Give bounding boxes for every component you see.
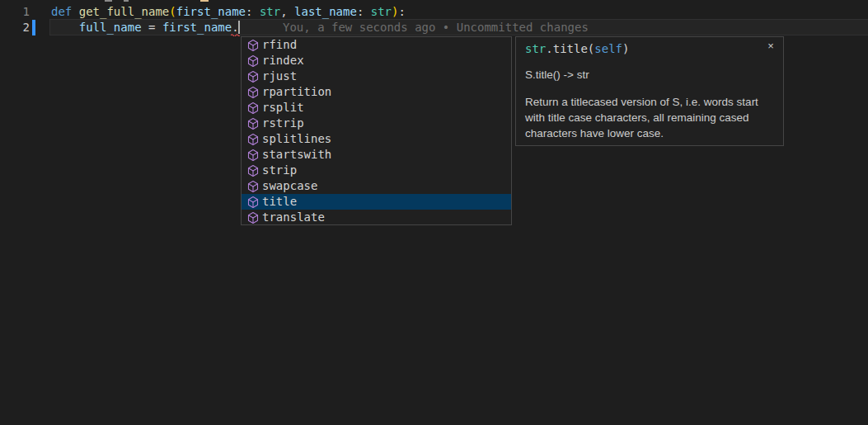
code-token: ( [169, 5, 176, 18]
suggest-item-label: rstrip [262, 116, 304, 131]
git-modified-indicator [32, 20, 35, 35]
suggest-item-label: rindex [262, 53, 304, 68]
code-token: : [357, 5, 371, 18]
symbol-method-icon [246, 117, 260, 130]
suggest-item-label: rpartition [262, 84, 331, 100]
code-token: : [246, 5, 260, 18]
symbol-method-icon [246, 133, 260, 146]
code-token: get_full_name [79, 5, 170, 18]
clipped-line-fragment [200, 0, 209, 2]
text-cursor [238, 21, 240, 34]
code-token: str [525, 42, 546, 55]
code-token: str [371, 5, 392, 18]
code-text: def get_full_name(first_name: str, last_… [51, 4, 406, 20]
autocomplete-suggest-widget: rfind rindex rjust rpartition rsplit [241, 36, 512, 225]
suggest-item-title[interactable]: title [242, 194, 511, 210]
code-token: str [260, 5, 280, 18]
code-token: first_name [176, 5, 246, 18]
suggest-item-rfind[interactable]: rfind [242, 37, 511, 53]
code-line-1: 1 def get_full_name(first_name: str, las… [0, 4, 868, 20]
code-token: last_name [294, 5, 357, 18]
suggest-item-label: rfind [262, 37, 297, 53]
suggest-item-swapcase[interactable]: swapcase [242, 178, 511, 194]
suggest-item-label: translate [262, 210, 325, 225]
symbol-method-icon [246, 102, 260, 115]
suggest-item-rpartition[interactable]: rpartition [242, 84, 511, 100]
suggest-item-strip[interactable]: strip [242, 163, 511, 178]
suggest-item-label: rsplit [262, 100, 304, 116]
suggest-item-splitlines[interactable]: splitlines [242, 131, 511, 147]
symbol-method-icon [246, 86, 260, 99]
suggest-item-rsplit[interactable]: rsplit [242, 100, 511, 116]
code-token: , [280, 5, 294, 18]
suggest-item-translate[interactable]: translate [242, 210, 511, 225]
suggest-item-label: strip [262, 163, 297, 178]
symbol-method-icon [246, 54, 260, 68]
symbol-method-icon [246, 149, 260, 162]
docs-body: S.title() -> str Return a titlecased ver… [525, 67, 773, 141]
symbol-method-icon [246, 211, 260, 224]
code-editor: { "editor": { "background_color": "#1e1e… [0, 0, 868, 425]
code-token: ) [622, 42, 629, 55]
suggest-item-label: splitlines [262, 131, 331, 147]
docs-signature: str.title(self) [525, 41, 629, 57]
suggest-item-rjust[interactable]: rjust [242, 68, 511, 84]
suggest-item-rstrip[interactable]: rstrip [242, 116, 511, 131]
symbol-method-icon [246, 164, 260, 177]
symbol-method-icon [246, 70, 260, 83]
suggest-item-label: title [262, 194, 297, 210]
code-token: self [594, 42, 622, 55]
docs-prototype: S.title() -> str [525, 67, 773, 83]
code-token: : [399, 5, 406, 18]
clipped-line-fragment [105, 0, 112, 2]
suggest-item-rindex[interactable]: rindex [242, 53, 511, 68]
code-token: def [51, 5, 79, 18]
symbol-method-icon [246, 180, 260, 193]
suggest-item-label: startswith [262, 147, 331, 163]
close-icon[interactable]: × [763, 39, 778, 54]
suggest-item-label: swapcase [262, 178, 317, 194]
code-text: full_name = first_name. [51, 20, 239, 35]
code-token: .title( [546, 42, 594, 55]
suggestion-docs-popup: str.title(self) × S.title() -> str Retur… [515, 36, 784, 146]
line-number: 1 [0, 4, 30, 20]
code-token: ) [392, 5, 398, 18]
suggest-item-label: rjust [262, 68, 297, 84]
symbol-method-icon [246, 196, 260, 209]
code-token [51, 21, 79, 34]
git-blame-annotation: You, a few seconds ago • Uncommitted cha… [283, 20, 589, 35]
docs-description: Return a titlecased version of S, i.e. w… [525, 94, 773, 141]
line-number: 2 [0, 20, 30, 35]
suggest-item-startswith[interactable]: startswith [242, 147, 511, 163]
symbol-method-icon [246, 39, 260, 52]
clipped-line-fragment [124, 0, 129, 2]
code-token: full_name [79, 21, 142, 34]
code-token: = [142, 21, 162, 34]
code-token: first_name [162, 21, 232, 34]
